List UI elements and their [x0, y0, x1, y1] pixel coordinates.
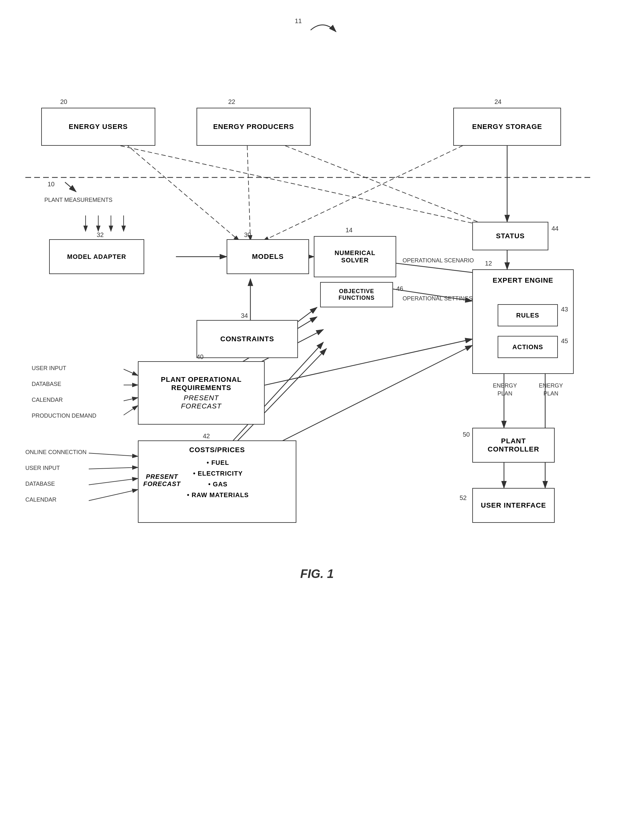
svg-line-8	[263, 143, 469, 241]
plant-op-req-box: PLANT OPERATIONALREQUIREMENTS PRESENT FO…	[138, 361, 265, 425]
ref-50: 50	[463, 431, 470, 438]
ref-40: 40	[197, 353, 203, 360]
energy-users-box: ENERGY USERS	[41, 108, 155, 146]
costs-fuel: • FUEL	[187, 457, 249, 468]
plant-measurements-label: PLANT MEASUREMENTS	[45, 197, 113, 204]
objective-functions-label: OBJECTIVE FUNCTIONS	[323, 288, 390, 301]
energy-storage-box: ENERGY STORAGE	[453, 108, 561, 146]
ref-12: 12	[485, 260, 492, 267]
objective-functions-box: OBJECTIVE FUNCTIONS	[320, 282, 393, 307]
production-demand-label: PRODUCTION DEMAND	[32, 412, 96, 420]
user-interface-box: USER INTERFACE	[472, 488, 555, 523]
svg-line-5	[285, 146, 490, 227]
svg-line-3	[121, 146, 488, 227]
energy-producers-label: ENERGY PRODUCERS	[213, 122, 294, 131]
database-2-label: DATABASE	[25, 480, 55, 488]
ref-52: 52	[459, 494, 467, 502]
actions-box: ACTIONS	[498, 336, 558, 358]
ref-11: 11	[295, 17, 302, 25]
ref-42: 42	[203, 432, 210, 440]
user-interface-label: USER INTERFACE	[481, 501, 546, 510]
ref-22: 22	[228, 98, 235, 105]
ref-14: 14	[345, 227, 353, 234]
ref-46: 46	[396, 285, 403, 292]
plant-controller-label: PLANT CONTROLLER	[475, 437, 552, 453]
ref-45: 45	[561, 337, 568, 345]
actions-label: ACTIONS	[513, 343, 543, 351]
costs-prices-title: COSTS/PRICES	[143, 446, 291, 454]
svg-line-4	[121, 140, 239, 241]
plant-op-present: PRESENT	[184, 394, 219, 402]
costs-forecast: FORECAST	[143, 480, 181, 487]
svg-line-32	[89, 478, 138, 485]
operational-settings-label: OPERATIONAL SETTINGS	[402, 295, 472, 303]
ref-24: 24	[494, 98, 501, 105]
expert-engine-label: EXPERT ENGINE	[493, 276, 553, 284]
svg-line-28	[124, 398, 138, 401]
energy-plan-left-label: ENERGYPLAN	[493, 382, 517, 398]
energy-producers-box: ENERGY PRODUCERS	[197, 108, 311, 146]
status-box: STATUS	[472, 222, 548, 250]
operational-scenario-label: OPERATIONAL SCENARIO	[402, 257, 474, 265]
costs-prices-box: COSTS/PRICES PRESENT FORECAST • FUEL • E…	[138, 440, 296, 523]
svg-line-33	[89, 489, 138, 501]
plant-controller-box: PLANT CONTROLLER	[472, 428, 555, 463]
ref-32: 32	[97, 231, 103, 238]
ref-34: 34	[241, 312, 248, 319]
ref-10: 10	[48, 181, 54, 188]
costs-raw-materials: • RAW MATERIALS	[187, 489, 249, 500]
costs-electricity: • ELECTRICITY	[187, 468, 249, 479]
diagram-container: 11 ENERGY USERS 20 ENERGY PRODUCERS 22 E…	[0, 0, 639, 840]
models-box: MODELS	[227, 239, 309, 274]
model-adapter-box: MODEL ADAPTER	[49, 239, 144, 274]
ref-43: 43	[561, 306, 568, 313]
user-input-1-label: USER INPUT	[32, 364, 66, 372]
plant-op-forecast: FORECAST	[181, 402, 221, 410]
numerical-solver-box: NUMERICALSOLVER	[314, 236, 396, 277]
calendar-1-label: CALENDAR	[32, 396, 63, 404]
constraints-box: CONSTRAINTS	[197, 320, 298, 358]
constraints-label: CONSTRAINTS	[220, 335, 274, 343]
ref-30: 30	[244, 231, 251, 238]
model-adapter-label: MODEL ADAPTER	[67, 253, 126, 260]
ref-44: 44	[552, 225, 558, 232]
energy-plan-right-label: ENERGYPLAN	[539, 382, 563, 398]
svg-line-26	[124, 369, 138, 375]
rules-box: RULES	[498, 304, 558, 326]
user-input-2-label: USER INPUT	[25, 464, 60, 472]
energy-users-label: ENERGY USERS	[69, 122, 128, 131]
costs-gas: • GAS	[187, 479, 249, 489]
svg-line-6	[247, 146, 250, 241]
svg-line-31	[89, 467, 138, 469]
models-label: MODELS	[252, 252, 284, 261]
fig-label: FIG. 1	[254, 567, 380, 581]
energy-storage-label: ENERGY STORAGE	[472, 122, 542, 131]
svg-line-30	[89, 453, 138, 456]
ref-20: 20	[60, 98, 67, 105]
costs-present: PRESENT	[146, 473, 178, 480]
database-1-label: DATABASE	[32, 380, 61, 388]
numerical-solver-label: NUMERICALSOLVER	[335, 249, 376, 264]
plant-op-req-label: PLANT OPERATIONALREQUIREMENTS	[161, 375, 242, 392]
calendar-2-label: CALENDAR	[25, 496, 56, 504]
svg-line-29	[124, 406, 138, 415]
online-connection-label: ONLINE CONNECTION	[25, 448, 87, 456]
status-label: STATUS	[496, 232, 525, 240]
rules-label: RULES	[517, 312, 539, 319]
